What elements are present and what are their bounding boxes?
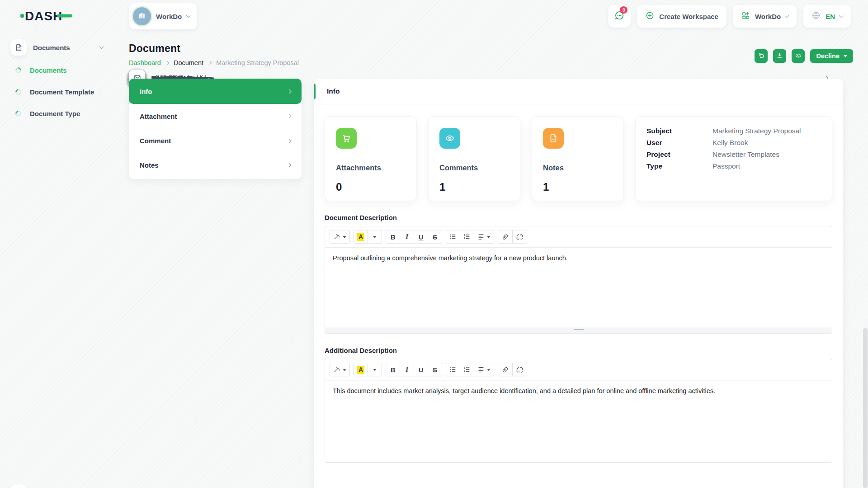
ordered-list-icon: 12	[463, 366, 471, 373]
editor-resize-bar[interactable]	[325, 328, 832, 333]
note-icon	[543, 128, 564, 149]
plus-circle-icon	[645, 11, 655, 22]
strikethrough-button[interactable]: S	[428, 363, 442, 376]
ordered-list-button[interactable]: 12	[460, 363, 474, 376]
dash-logo[interactable]: DASH	[20, 8, 87, 25]
create-workspace-button[interactable]: Create Workspace	[637, 5, 726, 28]
ordered-list-icon: 12	[463, 233, 471, 240]
progress-dot-icon	[14, 109, 22, 117]
sidebar-item-label: Document Template	[30, 88, 94, 96]
document-description-text: Proposal outlining a comprehensive marke…	[333, 254, 824, 262]
link-button[interactable]	[498, 230, 513, 244]
bold-icon: B	[391, 233, 396, 241]
page-scrollbar[interactable]	[862, 0, 868, 488]
stats-row: Attachments 0 Comments 1 N	[325, 116, 832, 201]
tab-label: Info	[140, 88, 152, 95]
detail-label: Subject	[646, 126, 712, 136]
detail-row-type: Type Passport	[646, 161, 821, 171]
sidebar-item-document-template[interactable]: Document Template	[10, 81, 118, 103]
unordered-list-button[interactable]	[446, 230, 460, 244]
detail-label: Type	[646, 161, 712, 171]
strikethrough-button[interactable]: S	[428, 230, 442, 244]
chevron-down-icon	[186, 13, 191, 18]
chevron-down-icon	[99, 44, 104, 49]
preview-button[interactable]	[792, 49, 805, 63]
font-color-button[interactable]: A	[354, 230, 368, 244]
building-icon	[137, 10, 147, 22]
stat-card-comments: Comments 1	[428, 116, 520, 201]
magic-style-button[interactable]	[330, 363, 350, 376]
duplicate-button[interactable]	[755, 49, 768, 63]
paragraph-align-icon	[477, 233, 485, 240]
tab-info[interactable]: Info	[129, 79, 302, 104]
tab-label: Attachment	[140, 113, 177, 120]
underline-button[interactable]: U	[414, 230, 428, 244]
dropdown-caret-icon	[844, 55, 847, 57]
breadcrumb: Dashboard Document Marketing Strategy Pr…	[129, 59, 299, 66]
copy-icon	[758, 52, 764, 60]
tab-comment[interactable]: Comment	[129, 128, 302, 153]
language-label: EN	[826, 13, 835, 20]
main-content: Document Dashboard Document Marketing St…	[129, 33, 843, 488]
strikethrough-icon: S	[433, 233, 437, 241]
font-color-button[interactable]: A	[354, 363, 368, 376]
italic-icon: I	[406, 366, 408, 374]
unordered-list-button[interactable]	[446, 363, 460, 376]
chevron-down-icon	[839, 13, 844, 18]
chevron-down-icon	[785, 13, 789, 18]
document-description-input[interactable]: Proposal outlining a comprehensive marke…	[325, 248, 832, 328]
unlink-button[interactable]	[512, 230, 527, 244]
chevron-right-icon	[287, 114, 292, 118]
scrollbar-thumb[interactable]	[863, 328, 868, 488]
detail-value: Kelly Brook	[712, 138, 748, 147]
stat-label: Comments	[439, 164, 509, 172]
decline-button[interactable]: Decline	[810, 49, 853, 63]
link-button[interactable]	[498, 363, 513, 376]
editor-toolbar: A B I U S	[325, 359, 832, 380]
sidebar-item-document-type[interactable]: Document Type	[10, 103, 118, 124]
detail-value: Newsletter Templates	[712, 150, 779, 159]
paragraph-align-button[interactable]	[474, 230, 494, 244]
magic-style-button[interactable]	[330, 230, 350, 244]
stat-value: 1	[543, 181, 613, 193]
chevron-right-icon	[208, 61, 212, 65]
sidebar-item-partial[interactable]	[10, 484, 27, 488]
link-icon	[501, 366, 509, 374]
breadcrumb-dashboard-link[interactable]: Dashboard	[129, 59, 161, 66]
ordered-list-button[interactable]: 12	[460, 230, 474, 244]
document-description-editor: A B I U S	[325, 226, 832, 334]
paragraph-align-button[interactable]	[474, 363, 494, 376]
underline-button[interactable]: U	[414, 363, 428, 376]
messages-button[interactable]: 0	[608, 5, 631, 28]
create-workspace-label: Create Workspace	[659, 13, 718, 20]
tab-notes[interactable]: Notes	[129, 153, 302, 177]
page-title: Document	[129, 42, 299, 55]
tab-attachment[interactable]: Attachment	[129, 104, 302, 128]
header-actions: 0 Create Workspace WorkDo	[608, 5, 851, 28]
download-button[interactable]	[773, 49, 786, 63]
document-tabs-card: Info Attachment Comment Notes	[129, 79, 302, 179]
sidebar-item-documents-parent[interactable]: Documents	[10, 36, 118, 59]
italic-button[interactable]: I	[400, 363, 414, 376]
bold-button[interactable]: B	[386, 363, 400, 376]
language-selector[interactable]: EN	[803, 5, 851, 28]
workspace-switcher[interactable]: WorkDo	[129, 3, 197, 29]
italic-button[interactable]: I	[400, 230, 414, 244]
bold-button[interactable]: B	[386, 230, 400, 244]
dropdown-caret-icon	[487, 236, 491, 238]
unlink-button[interactable]	[512, 363, 527, 376]
breadcrumb-current: Marketing Strategy Proposal	[216, 59, 299, 66]
page-header: Document Dashboard Document Marketing St…	[129, 42, 843, 66]
underline-icon: U	[419, 233, 424, 241]
breadcrumb-document: Document	[174, 59, 203, 66]
info-panel: Info Attachments 0 Commen	[314, 79, 843, 488]
workspace-avatar	[133, 7, 151, 25]
workspace-menu-button[interactable]: WorkDo	[733, 5, 797, 28]
sidebar-item-documents[interactable]: Documents	[10, 59, 118, 81]
svg-text:2: 2	[464, 237, 465, 239]
font-color-dropdown-button[interactable]	[368, 363, 382, 376]
editor-toolbar: A B I U S	[325, 226, 832, 248]
additional-description-input[interactable]: This document includes market analysis, …	[325, 380, 832, 462]
font-color-dropdown-button[interactable]	[368, 230, 382, 244]
additional-description-label: Additional Description	[325, 347, 832, 354]
